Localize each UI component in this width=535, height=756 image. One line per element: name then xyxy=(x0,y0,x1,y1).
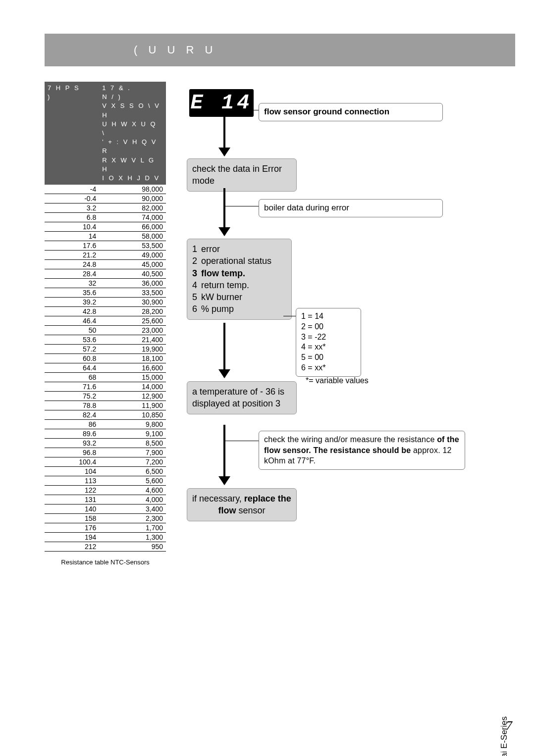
arrow-icon xyxy=(223,117,225,155)
table-row: 869,800 xyxy=(45,420,166,429)
list-item: 6% pump xyxy=(192,303,286,315)
table-row: 1224,600 xyxy=(45,486,166,495)
arrow-icon xyxy=(223,425,225,484)
value-line: 2 = 00 xyxy=(301,322,356,332)
table-row: 75.212,900 xyxy=(45,392,166,401)
value-line: 4 = xx* xyxy=(301,342,356,353)
table-row: 1403,400 xyxy=(45,504,166,514)
step-data-list: 1error2operational status3flow temp.4ret… xyxy=(187,239,292,320)
table-row: 96.87,900 xyxy=(45,448,166,457)
list-item: 5kW burner xyxy=(192,291,286,303)
error-code-display: E 14 xyxy=(189,89,254,117)
note-check-wiring: check the wiring and/or measure the resi… xyxy=(259,431,465,470)
page-header: ( U U R U xyxy=(45,34,515,66)
value-line: 3 = -22 xyxy=(301,332,356,343)
arrow-icon xyxy=(223,323,225,377)
table-row: 1135,600 xyxy=(45,476,166,486)
table-row: 3236,000 xyxy=(45,279,166,288)
head-col2: 1 7 & . N / ) V X S S O \ V H U H W X U … xyxy=(99,82,166,185)
table-row: 39.230,900 xyxy=(45,298,166,307)
value-line: 1 = 14 xyxy=(301,311,356,322)
list-item: 1error xyxy=(192,243,286,255)
table-row: 1046,500 xyxy=(45,467,166,476)
table-row: 93.28,500 xyxy=(45,439,166,448)
table-row: 21.249,000 xyxy=(45,251,166,260)
value-line: 6 = xx* xyxy=(301,363,356,373)
step-replace-sensor: if necessary, replace the flow sensor xyxy=(187,488,297,521)
list-item: 3flow temp. xyxy=(192,267,286,279)
table-head: 7 H P S ) 1 7 & . N / ) V X S S O \ V H … xyxy=(45,82,166,185)
step-temp-displayed: a temperature of - 36 is displayed at po… xyxy=(187,381,297,414)
table-row: 1941,300 xyxy=(45,533,166,542)
table-row: 1761,700 xyxy=(45,523,166,533)
table-row: 24.845,000 xyxy=(45,260,166,269)
page-number: 7 xyxy=(506,718,512,733)
step-check-data: check the data in Error mode xyxy=(187,158,297,192)
list-item: 2operational status xyxy=(192,255,286,267)
value-line: 5 = 00 xyxy=(301,353,356,363)
table-row: 78.811,900 xyxy=(45,401,166,410)
table-row: 1458,000 xyxy=(45,232,166,241)
table-row: 6.874,000 xyxy=(45,213,166,222)
table-row: 42.828,200 xyxy=(45,307,166,316)
values-box: 1 = 142 = 003 = -224 = xx*5 = 006 = xx* xyxy=(296,308,361,377)
arrow-icon xyxy=(223,188,225,235)
table-row: 28.440,500 xyxy=(45,269,166,279)
table-row: 57.219,900 xyxy=(45,345,166,354)
table-row: 100.47,200 xyxy=(45,457,166,467)
table-row: 60.818,100 xyxy=(45,354,166,363)
table-row: 89.69,100 xyxy=(45,429,166,439)
table-row: 3.282,000 xyxy=(45,203,166,213)
table-row: 1582,300 xyxy=(45,514,166,523)
resistance-table: 7 H P S ) 1 7 & . N / ) V X S S O \ V H … xyxy=(45,82,166,566)
note-boiler-data: boiler data during error xyxy=(259,199,443,217)
note-flow-sensor-ground: flow sensor ground connection xyxy=(259,103,443,121)
table-row: 17.653,500 xyxy=(45,241,166,251)
table-row: 1314,000 xyxy=(45,495,166,504)
table-row: 71.614,000 xyxy=(45,382,166,392)
page-title: ( U U R U xyxy=(134,44,216,56)
table-row: 10.466,000 xyxy=(45,222,166,232)
table-row: -0.490,000 xyxy=(45,194,166,203)
head-col1: 7 H P S ) xyxy=(45,82,99,185)
table-row: 46.425,600 xyxy=(45,316,166,326)
list-item: 4return temp. xyxy=(192,279,286,291)
variable-values-note: *= variable values xyxy=(306,376,369,385)
table-row: 64.416,600 xyxy=(45,363,166,373)
table-row: 212950 xyxy=(45,542,166,552)
table-row: 5023,000 xyxy=(45,326,166,335)
table-caption: Resistance table NTC-Sensors xyxy=(45,558,166,566)
table-row: -498,000 xyxy=(45,185,166,194)
table-row: 53.621,400 xyxy=(45,335,166,345)
table-row: 6815,000 xyxy=(45,373,166,382)
table-row: 82.410,850 xyxy=(45,410,166,420)
table-row: 35.633,500 xyxy=(45,288,166,298)
flow-chart: E 14 flow sensor ground connection check… xyxy=(184,89,472,545)
